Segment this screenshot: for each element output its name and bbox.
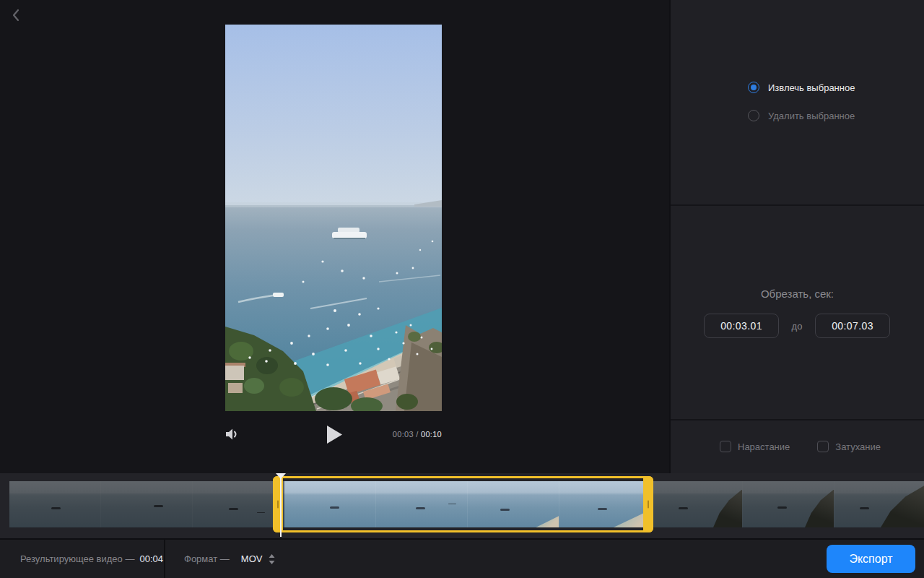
fade-out-option[interactable]: Затухание	[817, 441, 881, 452]
mode-option-delete[interactable]: Удалить выбранное	[748, 110, 855, 121]
preview-area: 00:03 / 00:10	[0, 0, 669, 473]
current-time: 00:03	[393, 430, 414, 439]
fade-out-checkbox-icon[interactable]	[817, 441, 829, 452]
trim-section-title: Обрезать, сек:	[671, 288, 924, 300]
fade-in-option[interactable]: Нарастание	[720, 441, 790, 452]
mode-option-label[interactable]: Извлечь выбранное	[768, 82, 855, 93]
section-divider	[671, 204, 924, 206]
trim-between-label: до	[779, 321, 815, 332]
trim-inputs-row: до	[704, 314, 890, 338]
timeline-thumbnail	[743, 481, 834, 527]
mode-option-label[interactable]: Удалить выбранное	[768, 111, 855, 121]
timeline-thumbnail	[651, 481, 743, 527]
format-value[interactable]: MOV	[241, 553, 263, 564]
timeline-playhead[interactable]	[276, 473, 287, 538]
trim-start-input[interactable]	[704, 314, 779, 338]
result-value: 00:04	[139, 553, 163, 564]
radio-selected-icon[interactable]	[748, 82, 759, 93]
timeline-thumbnail	[193, 481, 284, 527]
export-button[interactable]: Экспорт	[827, 545, 915, 573]
result-duration-group: Результирующее видео — 00:04	[20, 540, 163, 578]
trim-handle-right[interactable]	[643, 476, 653, 532]
footer-divider	[164, 540, 165, 578]
time-separator: /	[416, 430, 418, 439]
trim-selection-box[interactable]	[273, 476, 653, 532]
result-label: Результирующее видео —	[20, 553, 134, 564]
trim-end-input[interactable]	[815, 314, 890, 338]
timeline-thumbnail	[9, 481, 101, 527]
total-duration: 00:10	[421, 430, 442, 439]
time-display: 00:03 / 00:10	[339, 430, 442, 439]
playhead-line	[280, 474, 282, 537]
fade-in-checkbox-icon[interactable]	[720, 441, 731, 452]
fade-options-row: Нарастание Затухание	[720, 441, 881, 452]
section-divider	[671, 419, 924, 420]
footer-bar: Результирующее видео — 00:04 Формат — MO…	[0, 538, 924, 578]
up-down-arrows-icon	[269, 553, 275, 565]
radio-unselected-icon[interactable]	[748, 110, 759, 121]
timeline	[0, 473, 924, 538]
timeline-thumbnail	[834, 481, 924, 527]
fade-in-label[interactable]: Нарастание	[738, 441, 790, 452]
format-group: Формат — MOV	[184, 540, 275, 578]
video-trimmer-app: 00:03 / 00:10 Извлечь выбранное Удалить …	[0, 0, 924, 578]
video-preview[interactable]	[225, 25, 442, 411]
back-button[interactable]	[7, 7, 25, 24]
chevron-left-icon	[11, 9, 21, 22]
timeline-thumbnail	[101, 481, 193, 527]
mode-option-extract[interactable]: Извлечь выбранное	[748, 82, 855, 93]
fade-out-label[interactable]: Затухание	[835, 441, 881, 452]
format-label: Формат —	[184, 553, 230, 564]
video-frame-coastal-scene	[225, 25, 442, 411]
settings-sidebar: Извлечь выбранное Удалить выбранное Обре…	[669, 0, 924, 473]
volume-button[interactable]	[224, 426, 240, 442]
format-stepper[interactable]	[269, 553, 275, 565]
volume-icon	[224, 426, 240, 442]
